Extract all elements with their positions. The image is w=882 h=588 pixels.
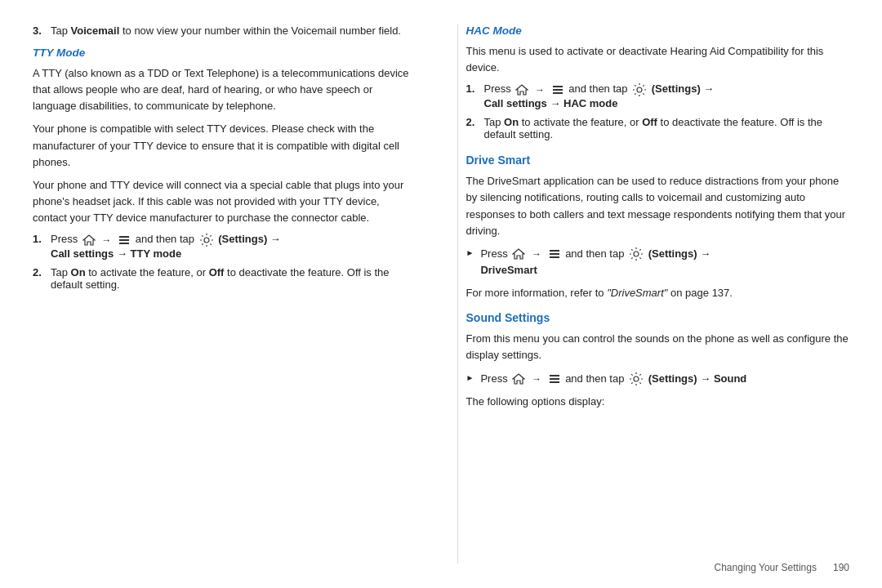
item-number: 3. [33,24,46,37]
drive-settings-text: (Settings) → [648,247,711,260]
hac-title: HAC Mode [466,24,850,37]
drive-bullet: ► [466,247,474,260]
footer-page: 190 [833,562,849,573]
svg-point-15 [634,376,639,381]
footer: Changing Your Settings 190 [715,562,849,573]
drive-press: Press [480,247,507,260]
footer-label: Changing Your Settings [715,562,817,573]
item-text: Tap Voicemail to now view your number wi… [51,24,401,37]
drive-smart-italic: "DriveSmart" [607,287,667,299]
svg-point-11 [634,252,639,256]
svg-rect-1 [119,239,129,241]
sound-settings-text: (Settings) → Sound [648,372,747,385]
hac-arrow1: → [535,84,545,96]
sound-following: The following options display: [466,394,850,410]
hac-settings-text: (Settings) → [652,83,715,96]
home-icon-hac [515,83,528,96]
svg-rect-2 [119,243,129,244]
hac-off: Off [642,116,657,128]
hac-and-then-tap: and then tap [568,83,630,96]
svg-rect-13 [550,378,559,380]
item-text-after: to now view your number within the Voice… [119,24,401,37]
tty-step1-and-then-tap: and then tap [136,234,198,246]
tty-step2-content: Tap On to activate the feature, or Off t… [51,266,416,291]
right-column: HAC Mode This menu is used to activate o… [457,24,850,564]
tty-step-1: 1. Press → and then tap [33,233,416,260]
sound-title: Sound Settings [466,311,850,324]
drive-bold-end: DriveSmart [480,264,537,276]
svg-rect-12 [550,375,559,376]
svg-rect-9 [550,253,559,255]
tty-step-2: 2. Tap On to activate the feature, or Of… [33,266,416,291]
menu-icon-hac [551,83,564,96]
drive-content: Press → and then tap (Settings) → Dr [480,246,849,278]
svg-point-3 [204,238,209,243]
hac-step-1: 1. Press → and then tap (Settings) → [466,82,850,109]
tty-step2-off: Off [209,266,225,278]
drive-arrow1: → [532,248,541,260]
hac-step1-content: Press → and then tap (Settings) → Ca [484,82,715,109]
menu-icon [118,234,131,247]
hac-para-1: This menu is used to activate or deactiv… [466,43,850,76]
sound-bullet: ► [466,372,474,385]
voicemail-bold: Voicemail [71,24,120,37]
tty-arrow1: → [101,234,111,246]
svg-rect-8 [550,250,559,252]
svg-rect-4 [553,86,563,87]
tty-step1-settings-text: (Settings) → [218,234,281,246]
home-icon-sound [512,372,525,385]
drive-instruction: ► Press → and then tap (Settings) → [466,246,850,278]
menu-icon-sound [548,372,561,385]
sound-and-then-tap: and then tap [565,372,627,385]
settings-icon-hac [632,82,647,97]
svg-point-7 [637,87,642,92]
tty-step1-content: Press → and then tap (Sett [51,233,281,260]
tty-step1-bold-end: Call settings → TTY mode [51,247,181,260]
svg-rect-14 [550,381,559,383]
hac-step2-num: 2. [466,116,479,140]
svg-rect-0 [119,236,129,238]
drive-para-1: The DriveSmart application can be used t… [466,173,850,239]
settings-icon [199,233,214,247]
sound-para-1: From this menu you can control the sound… [466,331,850,363]
sound-arrow1: → [532,373,541,385]
hac-on: On [504,116,519,128]
tty-step1-num: 1. [33,233,46,260]
menu-icon-drive [548,247,561,261]
hac-step-2: 2. Tap On to activate the feature, or Of… [466,116,850,140]
drive-and-then-tap: and then tap [565,247,627,260]
hac-step1-num: 1. [466,82,479,109]
tty-step1-press: Press [51,234,78,246]
tty-step2-on: On [71,266,86,278]
tty-para-1: A TTY (also known as a TDD or Text Telep… [33,65,416,114]
tty-step2-num: 2. [33,266,46,291]
tty-title: TTY Mode [33,47,416,59]
svg-rect-10 [550,256,559,258]
svg-rect-5 [553,89,563,91]
settings-icon-sound [629,372,644,386]
drive-title: Drive Smart [466,154,850,167]
sound-instruction: ► Press → and then tap (Settings) → So [466,371,850,387]
home-icon [82,234,96,247]
tty-para-3: Your phone and TTY device will connect v… [33,177,416,226]
tty-para-2: Your phone is compatible with select TTY… [33,121,416,170]
intro-item-3: 3. Tap Voicemail to now view your number… [33,24,416,37]
svg-rect-6 [553,92,563,94]
left-column: 3. Tap Voicemail to now view your number… [33,24,425,564]
settings-icon-drive [629,247,644,261]
sound-press: Press [480,372,507,385]
drive-more-info: For more information, refer to "DriveSma… [466,285,850,301]
sound-content: Press → and then tap (Settings) → Sound [480,371,849,387]
hac-step1-press: Press [484,83,511,96]
hac-step1-bold-end: Call settings → HAC mode [484,97,618,109]
home-icon-drive [512,247,525,261]
hac-step2-content: Tap On to activate the feature, or Off t… [484,116,850,140]
